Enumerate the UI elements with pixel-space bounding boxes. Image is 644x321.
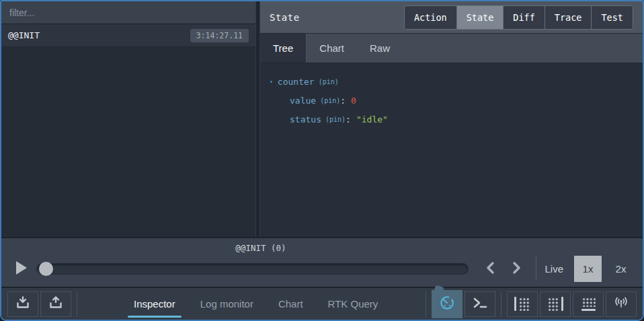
tab-action[interactable]: Action [405,6,457,29]
tree-pin-meta: (pin) [320,97,340,104]
timeline-slider[interactable] [36,263,469,275]
chevron-right-icon [511,261,522,277]
tree-key[interactable]: counter [278,77,315,87]
speed-1x-button[interactable]: 1x [574,256,602,282]
play-icon [14,260,28,278]
tree-colon: : [340,96,346,106]
tab-rtk-query[interactable]: RTK Query [328,288,378,320]
export-button[interactable] [40,291,71,317]
chevron-left-icon [485,261,496,277]
toolbar-divider [501,291,501,317]
step-back-button[interactable] [481,258,501,279]
state-panel-header: State Action State Diff Trace Test [260,1,643,34]
tree-colon: : [346,114,351,124]
toolbar-right-group [420,290,637,318]
tab-inspector[interactable]: Inspector [134,288,175,320]
dispatcher-button[interactable] [465,291,495,317]
speed-2x-button[interactable]: 2x [607,256,635,282]
dock-bottom-button[interactable] [573,291,604,317]
import-button[interactable] [7,291,38,317]
state-tree: ▾ counter (pin) value (pin): 0 status (p… [260,63,643,237]
tab-trace[interactable]: Trace [545,6,592,29]
playback-controls: Live 1x 2x [11,254,635,283]
action-name: @@INIT [8,30,40,40]
tree-node-value[interactable]: value (pin): 0 [270,91,633,110]
subtab-tree[interactable]: Tree [260,34,307,63]
monitor-tabs: Inspector Log monitor Chart RTK Query [134,288,378,320]
toolbar-divider [77,291,77,317]
tab-test[interactable]: Test [592,6,633,29]
tree-value-string: "idle" [356,114,388,124]
action-list-panel: @@INIT 3:14:27.11 [1,1,255,237]
dock-right-button[interactable] [540,291,571,317]
tree-pin-meta: (pin) [325,116,346,123]
expander-arrow-icon[interactable]: ▾ [270,79,273,85]
pause-recording-button[interactable] [432,290,462,318]
tab-chart[interactable]: Chart [278,288,303,320]
dock-bottom-icon [581,297,596,311]
dock-left-button[interactable] [507,291,538,317]
tree-value-number: 0 [351,96,356,106]
tree-node-status[interactable]: status (pin): "idle" [270,110,633,129]
dock-right-icon [547,297,563,311]
live-button[interactable]: Live [545,263,563,275]
panel-splitter[interactable] [255,1,260,237]
stopwatch-icon [438,294,456,314]
toolbar-divider [426,291,426,317]
remote-button[interactable] [606,291,637,317]
action-timestamp: 3:14:27.11 [190,29,249,42]
tab-log-monitor[interactable]: Log monitor [200,288,253,320]
playback-divider [536,256,536,281]
tree-key[interactable]: value [290,96,316,106]
import-tray-icon [15,295,31,313]
playback-current-action: @@INIT (0) [235,243,286,253]
tab-diff[interactable]: Diff [504,6,545,29]
broadcast-icon [612,295,630,313]
tree-key[interactable]: status [290,114,321,124]
tab-state[interactable]: State [457,6,504,29]
main-area: @@INIT 3:14:27.11 State Action State Dif… [1,1,643,237]
action-list-item[interactable]: @@INIT 3:14:27.11 [1,24,255,47]
step-forward-button[interactable] [506,258,526,279]
view-subtab-bar: Tree Chart Raw [260,34,643,63]
inspector-tab-group: Action State Diff Trace Test [404,5,633,30]
subtab-raw[interactable]: Raw [357,34,403,63]
dock-left-icon [514,297,530,311]
devtools-window: @@INIT 3:14:27.11 State Action State Dif… [0,0,644,321]
terminal-icon [471,295,489,313]
play-button[interactable] [11,258,31,279]
filter-input[interactable] [1,7,255,18]
export-tray-icon [48,295,64,313]
tree-pin-meta: (pin) [319,78,339,85]
state-panel: State Action State Diff Trace Test Tree … [260,1,643,237]
action-list: @@INIT 3:14:27.11 [1,24,255,237]
filter-bar [1,1,255,24]
bottom-toolbar: Inspector Log monitor Chart RTK Query [1,287,643,320]
playback-bar: @@INIT (0) Live 1x [1,237,643,287]
slider-thumb[interactable] [39,262,53,276]
panel-title: State [270,12,300,23]
subtab-chart[interactable]: Chart [307,34,357,63]
tree-node-counter[interactable]: ▾ counter (pin) [270,72,633,91]
